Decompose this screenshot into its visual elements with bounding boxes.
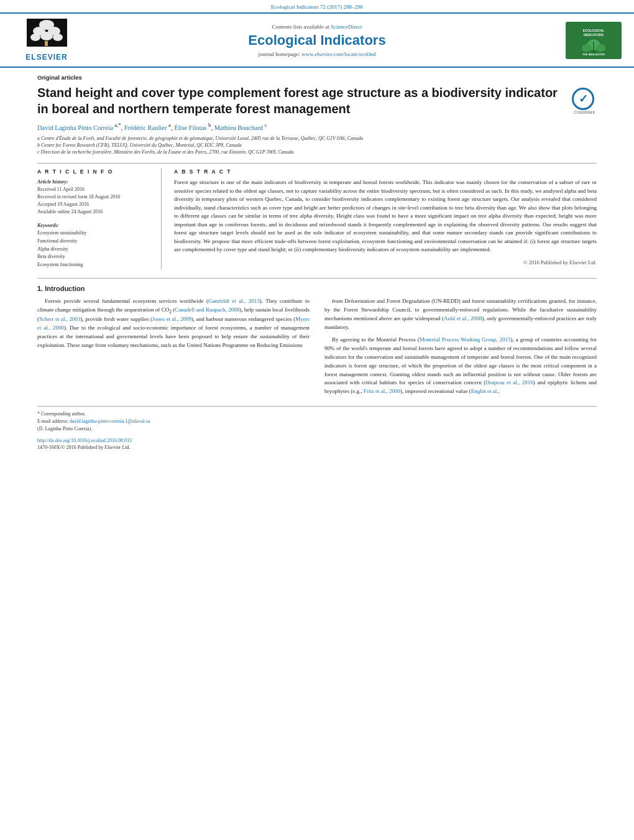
ref-montreal[interactable]: Montréal Process Working Group, 2015 (420, 336, 511, 343)
svg-point-13 (595, 44, 605, 52)
ecological-indicators-logo: ECOLOGICAL INDICATORS THE INDICATORS (566, 22, 622, 59)
journal-citation: Ecological Indicators 72 (2017) 288–296 (0, 0, 634, 12)
section-title-introduction: 1. Introduction (37, 285, 597, 292)
svg-point-5 (40, 32, 53, 40)
corresponding-author-note: * Corresponding author. (37, 410, 597, 418)
svg-point-6 (53, 34, 63, 41)
abstract-column: A B S T R A C T Forest age structure is … (174, 168, 597, 269)
abstract-text: Forest age structure is one of the main … (174, 178, 597, 254)
affiliation-c: c Direction de la recherche forestière, … (37, 149, 597, 155)
homepage-line: journal homepage: www.elsevier.com/locat… (81, 51, 553, 57)
svg-text:INDICATORS: INDICATORS (584, 33, 604, 37)
eco-logo-area: ECOLOGICAL INDICATORS THE INDICATORS (553, 22, 622, 59)
contents-text: Contents lists available at (272, 24, 329, 30)
info-abstract-section: A R T I C L E I N F O Article history: R… (37, 163, 597, 269)
keyword-3: Beta diversity (37, 253, 152, 261)
authors-line: David Laginha Pinto Correia a,*, Frédéri… (37, 122, 597, 131)
affil-c: c (265, 122, 267, 128)
doi-section: http://dx.doi.org/10.1016/j.ecolind.2016… (37, 438, 597, 450)
keywords-list: Ecosystem sustainability Functional dive… (37, 229, 152, 269)
crossmark-label: CrossMark (572, 110, 597, 114)
affil-b: b (208, 122, 211, 128)
article-history: Article history: Received 11 April 2016 … (37, 178, 152, 216)
intro-para-2: from Deforestation and Forest Degradatio… (324, 297, 597, 332)
eco-logo-icon: ECOLOGICAL INDICATORS THE INDICATORS (572, 24, 615, 57)
introduction-section: 1. Introduction Forests provide several … (37, 278, 597, 400)
email-link[interactable]: david.laginha-pinto-correia.1@ulaval.ca (70, 418, 150, 424)
affil-a2: a (168, 122, 171, 128)
issn-line: 1470-160X/© 2016 Published by Elsevier L… (37, 445, 597, 450)
svg-text:THE INDICATORS: THE INDICATORS (582, 53, 605, 56)
ref-fritz[interactable]: Fritz et al., 2009 (364, 388, 400, 394)
keyword-0: Ecosystem sustainability (37, 229, 152, 238)
author-correia[interactable]: David Laginha Pinto Correia (37, 124, 113, 131)
available-date: Available online 24 August 2016 (37, 209, 103, 215)
copyright-line: © 2016 Published by Elsevier Ltd. (174, 259, 597, 265)
ref-englin[interactable]: Englin et al., (471, 388, 500, 394)
body-columns: Forests provide several fundamental ecos… (37, 297, 597, 400)
article-title: Stand height and cover type complement f… (37, 85, 572, 117)
svg-point-4 (30, 34, 40, 41)
title-row: Stand height and cover type complement f… (37, 85, 597, 117)
ref-auld[interactable]: Auld et al., 2008 (444, 315, 482, 321)
crossmark-icon: ✓ (572, 88, 594, 110)
author-bouchard[interactable]: Mathieu Bouchard (214, 124, 263, 131)
accepted-date: Accepted 19 August 2016 (37, 201, 89, 207)
homepage-url-link[interactable]: www.elsevier.com/locate/ecolind (301, 51, 375, 57)
article-info-column: A R T I C L E I N F O Article history: R… (37, 168, 162, 269)
email-label: E-mail address: (37, 418, 68, 424)
journal-header: ELSEVIER Contents lists available at Sci… (0, 12, 634, 68)
affiliation-a: a Centre d'Étude de la Forêt, and Facult… (37, 135, 597, 142)
author-raulier[interactable]: Frédéric Raulier (124, 124, 167, 131)
journal-header-center: Contents lists available at ScienceDirec… (81, 24, 553, 57)
elsevier-tree-icon (27, 19, 67, 53)
ref-canadell[interactable]: Canadell and Raupach, 2008 (175, 307, 239, 313)
keyword-4: Ecosystem functioning (37, 261, 152, 269)
ref-drapeau[interactable]: Drapeau et al., 2016 (485, 379, 533, 385)
received-date: Received 11 April 2016 (37, 187, 85, 192)
revised-date: Received in revised form 18 August 2016 (37, 194, 120, 200)
keyword-2: Alpha diversity (37, 246, 152, 254)
intro-para-1: Forests provide several fundamental ecos… (37, 297, 310, 350)
journal-title: Ecological Indicators (81, 32, 553, 48)
svg-text:ECOLOGICAL: ECOLOGICAL (583, 29, 605, 32)
elsevier-logo-area: ELSEVIER (12, 19, 81, 62)
history-label: Article history: (37, 179, 68, 185)
elsevier-logo: ELSEVIER (12, 19, 81, 62)
ref-jones[interactable]: Jones et al., 2009 (152, 316, 191, 322)
svg-point-12 (582, 44, 592, 52)
ref-scherr[interactable]: Scherr et al., 2003 (39, 316, 80, 322)
affiliations: a Centre d'Étude de la Forêt, and Facult… (37, 135, 597, 156)
crossmark-badge[interactable]: ✓ CrossMark (572, 88, 597, 113)
body-col-left: Forests provide several fundamental ecos… (37, 297, 310, 400)
footnote-section: * Corresponding author. E-mail address: … (37, 406, 597, 433)
article-content: Original articles Stand height and cover… (0, 68, 634, 456)
email-note: (D. Laginha Pinto Correia). (37, 425, 597, 433)
affiliation-b: b Centre for Forest Research (CFR), TELU… (37, 142, 597, 149)
abstract-header: A B S T R A C T (174, 168, 597, 175)
svg-rect-7 (45, 41, 48, 46)
affil-a: a,* (114, 122, 121, 128)
corresponding-label: * Corresponding author. (37, 411, 86, 417)
journal-citation-text: Ecological Indicators 72 (2017) 288–296 (271, 4, 363, 10)
email-line: E-mail address: david.laginha-pinto-corr… (37, 418, 597, 425)
homepage-label: journal homepage: (259, 51, 300, 57)
sciencedirect-link[interactable]: ScienceDirect (331, 24, 362, 30)
elsevier-wordmark: ELSEVIER (25, 53, 67, 62)
keywords-label: Keywords: (37, 223, 59, 228)
section-label: Original articles (37, 74, 597, 81)
doi-url[interactable]: http://dx.doi.org/10.1016/j.ecolind.2016… (37, 438, 597, 443)
keyword-1: Functional diversity (37, 238, 152, 246)
keywords-section: Keywords: Ecosystem sustainability Funct… (37, 222, 152, 269)
ref-gamfeldt[interactable]: Gamfeldt et al., 2013 (208, 298, 260, 304)
contents-available-line: Contents lists available at ScienceDirec… (81, 24, 553, 30)
body-col-right: from Deforestation and Forest Degradatio… (324, 297, 597, 400)
article-info-header: A R T I C L E I N F O (37, 168, 152, 175)
intro-para-3: By agreeing to the Montréal Process (Mon… (324, 336, 597, 397)
author-filotas[interactable]: Élise Filotas (174, 124, 206, 131)
